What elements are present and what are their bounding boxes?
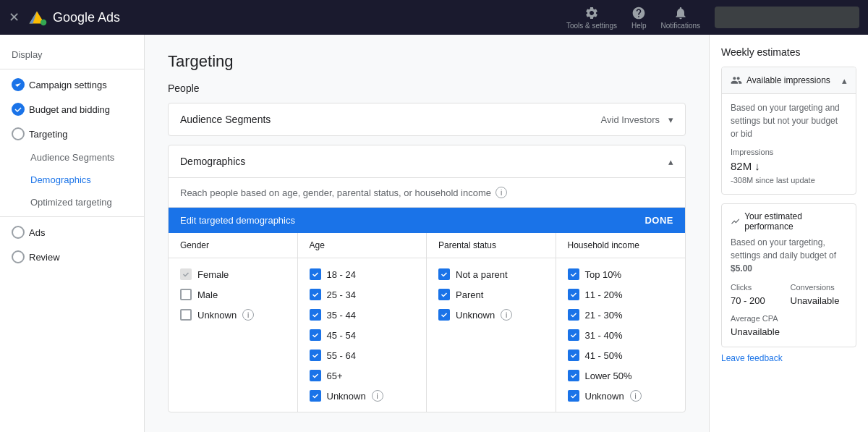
- sidebar-item-campaign-settings[interactable]: Campaign settings: [0, 72, 144, 97]
- audience-segments-card-title: Audience Segments: [180, 114, 271, 125]
- sidebar-item-audience-segments[interactable]: Audience Segments: [0, 146, 144, 169]
- age-column: 18 - 24 25 - 34 35 - 44 45 - 54: [298, 258, 427, 412]
- age-45-54-item[interactable]: 45 - 54: [310, 325, 415, 345]
- top-10-checkbox[interactable]: [568, 268, 579, 280]
- conversions-stat: Conversions Unavailable: [791, 281, 848, 308]
- income-unknown-checkbox[interactable]: [568, 390, 579, 402]
- parental-unknown-item[interactable]: Unknown i: [438, 305, 544, 325]
- logo-icon: [27, 7, 47, 27]
- gender-unknown-info-icon: i: [242, 309, 254, 321]
- age-18-24-label: 18 - 24: [327, 269, 356, 280]
- gender-header: Gender: [169, 233, 298, 258]
- age-35-44-item[interactable]: 35 - 44: [310, 305, 415, 325]
- top-nav-right: Tools & settings Help Notifications: [566, 6, 859, 30]
- gender-unknown-item[interactable]: Unknown i: [180, 305, 286, 325]
- age-25-34-item[interactable]: 25 - 34: [310, 284, 415, 305]
- household-income-column: Top 10% 11 - 20% 21 - 30% 31 - 40%: [556, 258, 686, 412]
- parental-unknown-label: Unknown: [456, 310, 495, 321]
- income-unknown-info-icon: i: [630, 390, 642, 402]
- not-a-parent-item[interactable]: Not a parent: [438, 264, 544, 284]
- impressions-collapse-icon[interactable]: ▴: [842, 75, 847, 86]
- estimated-performance-header: Your estimated performance: [731, 211, 847, 232]
- gender-female-item[interactable]: Female: [180, 264, 286, 284]
- age-45-54-label: 45 - 54: [327, 330, 356, 341]
- age-unknown-item[interactable]: Unknown i: [310, 386, 415, 406]
- tools-settings-button[interactable]: Tools & settings: [566, 6, 617, 30]
- conversions-value: Unavailable: [791, 294, 848, 308]
- sidebar-item-optimized-targeting[interactable]: Optimized targeting: [0, 191, 144, 213]
- svg-point-2: [41, 20, 46, 25]
- age-18-24-checkbox[interactable]: [310, 268, 321, 280]
- parent-item[interactable]: Parent: [438, 284, 544, 305]
- sidebar-item-review[interactable]: Review: [0, 245, 144, 269]
- 21-30-item[interactable]: 21 - 30%: [568, 305, 674, 325]
- sidebar-item-ads[interactable]: Ads: [0, 220, 144, 245]
- female-checkbox[interactable]: [180, 268, 192, 280]
- 11-20-item[interactable]: 11 - 20%: [568, 284, 674, 305]
- age-unknown-checkbox[interactable]: [310, 390, 321, 402]
- audience-segments-card-header[interactable]: Audience Segments Avid Investors ▾: [169, 103, 685, 135]
- top-10-item[interactable]: Top 10%: [568, 264, 674, 284]
- household-income-header: Household income: [556, 233, 686, 258]
- audience-segments-label: Audience Segments: [30, 152, 114, 163]
- audience-segments-card-value: Avid Investors: [601, 114, 660, 125]
- 31-40-checkbox[interactable]: [568, 329, 579, 341]
- leave-feedback-link[interactable]: Leave feedback: [721, 353, 856, 363]
- sidebar-item-demographics[interactable]: Demographics: [0, 169, 144, 191]
- age-25-34-checkbox[interactable]: [310, 289, 321, 300]
- top-10-label: Top 10%: [585, 269, 622, 280]
- income-unknown-item[interactable]: Unknown i: [568, 386, 674, 406]
- estimated-performance-body: Based on your targeting, settings and da…: [731, 236, 847, 339]
- sidebar-item-display[interactable]: Display: [0, 43, 144, 66]
- age-unknown-info-icon: i: [372, 390, 383, 402]
- search-box[interactable]: [715, 7, 859, 28]
- parental-status-column: Not a parent Parent Unknown i: [427, 258, 556, 412]
- close-icon[interactable]: ✕: [9, 9, 20, 25]
- impressions-value: 82M ↓: [731, 158, 847, 175]
- parental-unknown-info-icon: i: [501, 309, 512, 321]
- help-button[interactable]: Help: [631, 6, 647, 30]
- audience-segments-chevron-down-icon: ▾: [668, 114, 673, 125]
- demographics-card-header[interactable]: Demographics ▴: [169, 145, 685, 178]
- 31-40-label: 31 - 40%: [585, 330, 623, 341]
- male-checkbox[interactable]: [180, 289, 192, 300]
- sidebar-item-budget-bidding[interactable]: Budget and bidding: [0, 97, 144, 122]
- available-impressions-section: Available impressions ▴ Based on your ta…: [721, 67, 856, 195]
- age-35-44-checkbox[interactable]: [310, 309, 321, 321]
- age-45-54-checkbox[interactable]: [310, 329, 321, 341]
- page-title: Targeting: [168, 52, 686, 71]
- tools-settings-label: Tools & settings: [566, 22, 617, 30]
- notifications-button[interactable]: Notifications: [661, 6, 700, 30]
- female-label: Female: [197, 269, 229, 280]
- gender-male-item[interactable]: Male: [180, 284, 286, 305]
- 31-40-item[interactable]: 31 - 40%: [568, 325, 674, 345]
- age-65-plus-checkbox[interactable]: [310, 370, 321, 381]
- demographics-chevron-up-icon: ▴: [668, 156, 673, 167]
- lower-50-checkbox[interactable]: [568, 370, 579, 381]
- 21-30-checkbox[interactable]: [568, 309, 579, 321]
- demographics-card: Demographics ▴ Reach people based on age…: [168, 145, 686, 412]
- conversions-label: Conversions: [791, 283, 835, 292]
- 41-50-checkbox[interactable]: [568, 350, 579, 361]
- age-55-64-item[interactable]: 55 - 64: [310, 345, 415, 365]
- main-content: Targeting People Audience Segments Avid …: [145, 35, 709, 432]
- age-18-24-item[interactable]: 18 - 24: [310, 264, 415, 284]
- not-a-parent-checkbox[interactable]: [438, 268, 450, 280]
- gender-unknown-checkbox[interactable]: [180, 309, 192, 321]
- age-25-34-label: 25 - 34: [327, 289, 356, 300]
- campaign-settings-label: Campaign settings: [29, 80, 107, 90]
- sidebar-item-targeting[interactable]: Targeting: [0, 122, 144, 146]
- 41-50-item[interactable]: 41 - 50%: [568, 345, 674, 365]
- edit-bar: Edit targeted demographics DONE: [169, 208, 685, 233]
- age-65-plus-item[interactable]: 65+: [310, 365, 415, 386]
- ads-label: Ads: [29, 227, 45, 238]
- parental-unknown-checkbox[interactable]: [438, 309, 450, 321]
- available-impressions-header-left: Available impressions: [731, 75, 830, 86]
- gender-unknown-label: Unknown: [197, 310, 237, 321]
- 11-20-checkbox[interactable]: [568, 289, 579, 300]
- parent-checkbox[interactable]: [438, 289, 450, 300]
- age-55-64-checkbox[interactable]: [310, 350, 321, 361]
- lower-50-item[interactable]: Lower 50%: [568, 365, 674, 386]
- app-title: Google Ads: [53, 10, 120, 25]
- done-button[interactable]: DONE: [644, 215, 673, 226]
